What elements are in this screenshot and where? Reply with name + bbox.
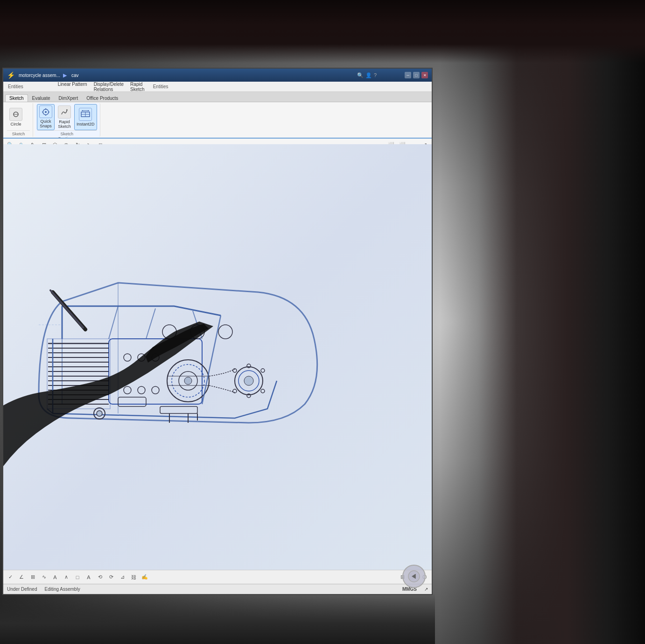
quick-snaps-label: QuickSnaps (40, 119, 52, 129)
sketch-tb-arrow-r[interactable]: ⟲ (95, 572, 105, 582)
sketch-tb-angle[interactable]: ∠ (16, 572, 27, 582)
svg-point-29 (184, 377, 192, 385)
status-under-defined: Under Defined (7, 587, 37, 592)
menu-file[interactable]: Entities (5, 83, 26, 90)
sketch-tb-arrow-l[interactable]: ⟳ (106, 572, 116, 582)
title-bar: ⚡ motorcycle assem... ▶ cav 🔍 👤 ? ─ □ ✕ (3, 69, 432, 82)
quick-snaps-icon (39, 105, 52, 118)
sketch-tb-chain[interactable]: ⛓ (128, 572, 139, 582)
status-arrow: ↗ (424, 587, 428, 592)
ribbon-btn-instant2d[interactable]: Instant2D (74, 104, 97, 130)
svg-point-31 (190, 325, 204, 339)
svg-point-46 (152, 354, 159, 361)
tab-evaluate[interactable]: Evaluate (28, 94, 55, 102)
instant2d-icon (79, 108, 92, 121)
sketch-tb-pen[interactable]: ✍ (140, 572, 150, 582)
ribbon-btns-snaps: QuickSnaps RapidSketch (37, 104, 97, 130)
status-bar: Under Defined Editing Assembly MMGS ↗ (3, 584, 432, 594)
svg-rect-62 (160, 406, 197, 413)
sketch-tb-grid[interactable]: ⊞ (28, 572, 38, 582)
svg-line-53 (202, 315, 221, 404)
rapid-sketch-icon (58, 105, 71, 119)
svg-point-48 (138, 386, 145, 394)
help-icon: ? (374, 72, 377, 78)
svg-point-32 (218, 325, 232, 339)
sketch-tb-square[interactable]: □ (72, 572, 83, 582)
svg-point-44 (124, 354, 131, 361)
menu-display-delete[interactable]: Display/DeleteRelations (91, 81, 126, 93)
svg-point-61 (97, 411, 102, 416)
ribbon-btns-sketch: Circle (7, 104, 30, 130)
ribbon-group-sketch: Circle Sketch (5, 103, 33, 137)
ribbon-tabs: Sketch Evaluate DimXpert Office Products (3, 92, 432, 102)
group-label-sketch: Sketch (7, 130, 30, 136)
svg-point-47 (124, 386, 131, 394)
maximize-button[interactable]: □ (413, 72, 420, 78)
svg-point-3 (45, 111, 47, 113)
svg-line-52 (193, 311, 202, 339)
minimize-button[interactable]: ─ (405, 72, 411, 78)
cad-application-window: ⚡ motorcycle assem... ▶ cav 🔍 👤 ? ─ □ ✕ … (2, 68, 433, 595)
ribbon-btn-rapid-sketch[interactable]: RapidSketch (56, 104, 73, 130)
sketch-tb-letter-a[interactable]: A (84, 572, 94, 582)
back-reference-button[interactable] (402, 565, 426, 588)
group-label-snaps: SketchContinu... (37, 130, 97, 139)
cad-drawing-area[interactable] (3, 144, 432, 580)
window-controls[interactable]: ─ □ ✕ (405, 72, 428, 78)
close-button[interactable]: ✕ (421, 72, 428, 78)
ribbon-btn-circle[interactable]: Circle (7, 104, 25, 130)
svg-point-40 (261, 389, 265, 393)
app-title: motorcycle assem... (19, 73, 60, 78)
svg-line-51 (146, 308, 155, 339)
sketch-toolbar: ✓ ∠ ⊞ ∿ A ∧ □ A ⟲ ⟳ ⊿ ⛓ ✍ ⊞ ↗ ⬡ (3, 570, 432, 584)
cad-svg-container (25, 245, 342, 479)
sketch-tb-wave[interactable]: ∿ (39, 572, 49, 582)
tab-sketch[interactable]: Sketch (5, 94, 28, 102)
svg-point-49 (152, 386, 159, 394)
sketch-tb-text[interactable]: A (50, 572, 60, 582)
title-bar-left: ⚡ motorcycle assem... ▶ cav (7, 71, 78, 79)
sketch-tb-checkmark[interactable]: ✓ (5, 572, 15, 582)
sketch-tb-link[interactable]: ⊿ (117, 572, 127, 582)
svg-point-37 (244, 376, 253, 385)
user-icon: 👤 (365, 72, 372, 78)
status-editing: Editing Assembly (44, 587, 80, 592)
svg-rect-59 (118, 397, 146, 406)
sketch-tb-tri[interactable]: ∧ (61, 572, 71, 582)
menu-entities2[interactable]: Entities (150, 83, 171, 90)
svg-point-30 (162, 325, 176, 339)
ribbon-group-snaps: QuickSnaps RapidSketch (35, 103, 100, 137)
tab-dimxpert[interactable]: DimXpert (55, 94, 83, 102)
user-name: cav (71, 73, 79, 78)
svg-point-39 (261, 369, 265, 372)
ribbon-btn-quick-snaps[interactable]: QuickSnaps (37, 104, 55, 130)
svg-line-50 (109, 306, 118, 339)
svg-rect-54 (47, 339, 110, 409)
tab-office[interactable]: Office Products (82, 94, 122, 102)
menu-rapid-sketch[interactable]: RapidSketch (127, 81, 147, 93)
ribbon-content: Circle Sketch (3, 102, 432, 139)
circle-icon (9, 108, 22, 121)
menu-linear-pattern[interactable]: Linear Pattern (55, 81, 90, 93)
menu-bar: Entities Linear Pattern Display/DeleteRe… (3, 82, 432, 92)
play-icon: ▶ (63, 72, 67, 78)
svg-point-45 (138, 354, 145, 361)
search-icon: 🔍 (357, 72, 364, 78)
motorcycle-frame-svg (25, 245, 342, 469)
